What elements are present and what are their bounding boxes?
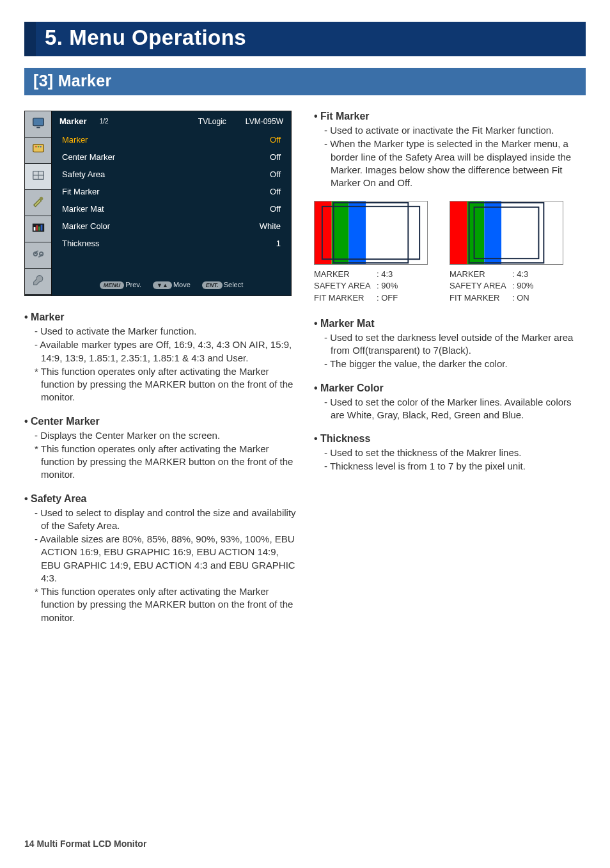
osd-row[interactable]: Thickness1 <box>59 235 283 252</box>
section-title: [3] Marker <box>24 68 586 95</box>
svg-point-5 <box>40 146 41 147</box>
item-bullets: Used to activate or inactivate the Fit M… <box>314 124 586 189</box>
svg-rect-13 <box>38 226 40 230</box>
osd-row-label: Thickness <box>62 239 100 248</box>
osd-page-indicator: 1/2 <box>100 118 109 125</box>
bullet-line: Used to activate the Marker function. <box>35 325 296 338</box>
item-title: Marker Color <box>314 383 586 394</box>
osd-row[interactable]: Center MarkerOff <box>59 148 283 166</box>
svg-rect-2 <box>33 145 43 152</box>
diagram-caption-on: MARKER: 4:3 SAFETY AREA: 90% FIT MARKER:… <box>450 269 563 304</box>
osd-row-value: Off <box>270 170 281 179</box>
select-label: Select <box>224 281 244 288</box>
bullet-line: Available sizes are 80%, 85%, 88%, 90%, … <box>35 533 296 585</box>
item-bullets: Used to set the thickness of the Makrer … <box>314 446 586 473</box>
doc-item: Center MarkerDisplays the Center Marker … <box>24 416 296 482</box>
doc-item: MarkerUsed to activate the Marker functi… <box>24 312 296 404</box>
palette-icon <box>31 142 45 159</box>
osd-row[interactable]: Fit MarkerOff <box>59 183 283 200</box>
osd-row[interactable]: Safety AreaOff <box>59 166 283 183</box>
osd-row-value: Off <box>270 135 281 145</box>
doc-item: Marker MatUsed to set the darkness level… <box>314 318 586 371</box>
item-title: Marker Mat <box>314 318 586 329</box>
bullet-line: The bigger the value, the darker the col… <box>324 358 586 370</box>
monitor-icon <box>31 116 45 132</box>
left-items: MarkerUsed to activate the Marker functi… <box>24 312 296 624</box>
osd-row-label: Safety Area <box>62 170 105 179</box>
item-bullets: Used to set the darkness level outside o… <box>314 331 586 371</box>
bullet-line: Used to select to display and control th… <box>35 507 296 533</box>
svg-rect-14 <box>40 225 42 230</box>
bullet-line: Thickness level is from 1 to 7 by the pi… <box>324 460 586 473</box>
osd-row[interactable]: Marker MatOff <box>59 200 283 217</box>
osd-row-label: Marker Mat <box>62 204 104 214</box>
doc-item: ThicknessUsed to set the thickness of th… <box>314 433 586 473</box>
move-button-hint: ▼▲ <box>153 281 172 289</box>
osd-tab-color[interactable] <box>25 138 51 164</box>
bullet-line: This function operates only after activa… <box>35 585 296 624</box>
fit-marker-on-diagram <box>450 201 563 265</box>
item-title: Center Marker <box>24 416 296 427</box>
doc-item: Safety AreaUsed to select to display and… <box>24 493 296 624</box>
page-footer: 14 Multi Format LCD Monitor <box>24 839 146 849</box>
svg-rect-18 <box>315 201 332 264</box>
osd-tab-audio[interactable] <box>25 242 51 269</box>
chapter-title: 5. Menu Operations <box>24 22 586 56</box>
bullet-line: Used to set the color of the Marker line… <box>324 396 586 422</box>
osd-row-label: Marker Color <box>62 221 110 231</box>
marker-icon <box>31 168 45 185</box>
osd-panel: Marker 1/2 TVLogic LVM-095W MarkerOffCen… <box>24 111 292 296</box>
link-icon <box>31 247 45 264</box>
bullet-line: Displays the Center Marker on the screen… <box>35 429 296 442</box>
svg-point-9 <box>39 197 43 201</box>
right-items-top: Fit MarkerUsed to activate or inactivate… <box>314 111 586 189</box>
bullet-line: When the Marker type is selected in the … <box>324 138 586 189</box>
osd-row[interactable]: Marker ColorWhite <box>59 217 283 235</box>
svg-rect-12 <box>36 225 38 230</box>
item-bullets: Used to set the color of the Marker line… <box>314 396 586 422</box>
svg-rect-19 <box>332 201 349 264</box>
osd-row-value: Off <box>270 152 281 162</box>
osd-tab-waveform[interactable] <box>25 216 51 242</box>
osd-tab-marker[interactable] <box>25 164 51 190</box>
svg-rect-26 <box>484 201 501 264</box>
menu-button-hint: MENU <box>100 281 125 289</box>
diagram-caption-off: MARKER: 4:3 SAFETY AREA: 90% FIT MARKER:… <box>314 269 428 304</box>
svg-point-4 <box>37 146 38 147</box>
osd-tab-system[interactable] <box>25 269 51 295</box>
osd-tab-gpi[interactable] <box>25 190 51 216</box>
osd-tab-strip <box>25 111 52 296</box>
svg-rect-1 <box>36 127 40 128</box>
svg-rect-20 <box>348 201 366 264</box>
bullet-line: Used to set the darkness level outside o… <box>324 331 586 358</box>
prev-label: Prev. <box>125 281 141 288</box>
osd-row-value: Off <box>270 204 281 214</box>
osd-row-value: White <box>260 221 281 231</box>
osd-row-label: Center Marker <box>62 152 115 162</box>
osd-model: LVM-095W <box>246 117 283 126</box>
svg-rect-11 <box>33 227 35 231</box>
osd-header: Marker 1/2 TVLogic LVM-095W <box>52 111 291 130</box>
item-title: Fit Marker <box>314 111 586 122</box>
doc-item: Marker ColorUsed to set the color of the… <box>314 383 586 422</box>
svg-rect-25 <box>467 201 485 264</box>
item-title: Thickness <box>314 433 586 445</box>
bullet-line: Used to activate or inactivate the Fit M… <box>324 124 586 137</box>
osd-row[interactable]: MarkerOff <box>59 131 283 148</box>
svg-rect-0 <box>33 118 43 126</box>
osd-footer: MENUPrev. ▼▲Move ENT.Select <box>52 276 291 296</box>
fit-marker-diagrams: MARKER: 4:3 SAFETY AREA: 90% FIT MARKER:… <box>314 201 586 304</box>
osd-row-value: Off <box>270 187 281 196</box>
osd-tab-picture[interactable] <box>25 111 51 138</box>
enter-button-hint: ENT. <box>202 281 223 289</box>
bullet-line: Available marker types are Off, 16:9, 4:… <box>35 338 296 365</box>
osd-rows: MarkerOffCenter MarkerOffSafety AreaOffF… <box>52 130 291 253</box>
bullet-line: This function operates only after activa… <box>35 443 296 482</box>
item-title: Marker <box>24 312 296 323</box>
osd-brand: TVLogic <box>198 117 226 126</box>
fit-marker-off-diagram <box>314 201 428 265</box>
item-bullets: Used to activate the Marker function.Ava… <box>24 325 296 404</box>
svg-rect-24 <box>450 201 467 264</box>
osd-row-label: Fit Marker <box>62 187 100 196</box>
item-bullets: Used to select to display and control th… <box>24 507 296 624</box>
